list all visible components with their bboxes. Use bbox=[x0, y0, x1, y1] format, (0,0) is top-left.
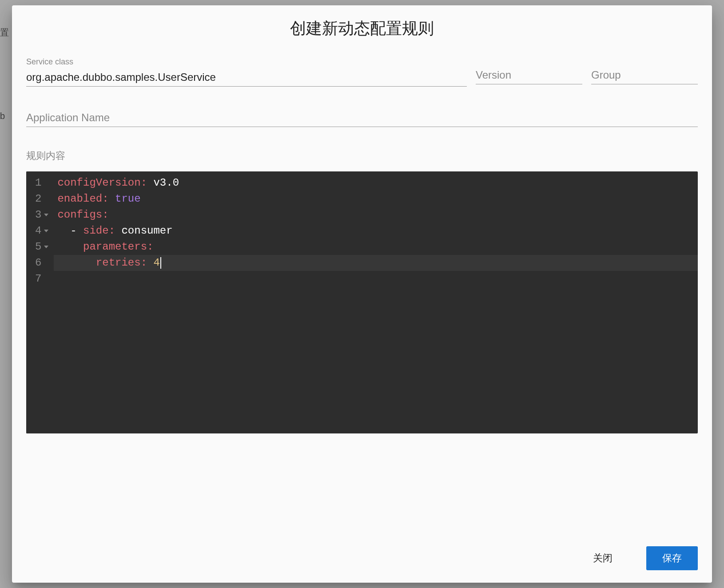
line-number: 5 bbox=[35, 239, 48, 255]
dialog-content: Service class 规则内容 1234567 bbox=[12, 57, 712, 534]
close-button[interactable]: 关闭 bbox=[577, 546, 629, 570]
code-line[interactable]: - side: consumer bbox=[54, 223, 698, 239]
application-name-input[interactable] bbox=[26, 109, 698, 127]
service-class-label: Service class bbox=[26, 57, 467, 67]
code-line[interactable] bbox=[54, 271, 698, 287]
save-button[interactable]: 保存 bbox=[646, 546, 698, 570]
code-line[interactable]: configVersion: v3.0 bbox=[54, 175, 698, 191]
line-number: 7 bbox=[35, 271, 48, 287]
code-content[interactable]: configVersion: v3.0enabled: trueconfigs:… bbox=[54, 171, 698, 433]
fold-marker-icon[interactable] bbox=[44, 214, 48, 216]
line-number: 1 bbox=[35, 175, 48, 191]
dialog-title: 创建新动态配置规则 bbox=[12, 5, 712, 57]
group-field-wrapper bbox=[591, 57, 698, 87]
field-row-1: Service class bbox=[26, 57, 698, 87]
code-line[interactable]: configs: bbox=[54, 207, 698, 223]
line-number: 4 bbox=[35, 223, 48, 239]
code-gutter: 1234567 bbox=[26, 171, 54, 433]
service-class-input[interactable] bbox=[26, 68, 467, 87]
field-row-2 bbox=[26, 109, 698, 127]
code-editor[interactable]: 1234567 configVersion: v3.0enabled: true… bbox=[26, 171, 698, 433]
code-line[interactable]: parameters: bbox=[54, 239, 698, 255]
version-input[interactable] bbox=[476, 57, 582, 84]
application-name-field-wrapper bbox=[26, 109, 698, 127]
line-number: 2 bbox=[35, 191, 48, 207]
dialog-overlay: 创建新动态配置规则 Service class bbox=[0, 0, 724, 588]
fold-marker-icon[interactable] bbox=[44, 230, 48, 232]
create-rule-dialog: 创建新动态配置规则 Service class bbox=[12, 5, 712, 583]
code-line[interactable]: enabled: true bbox=[54, 191, 698, 207]
service-class-field-wrapper: Service class bbox=[26, 57, 467, 87]
line-number: 6 bbox=[35, 255, 48, 271]
dialog-actions: 关闭 保存 bbox=[12, 534, 712, 583]
group-input[interactable] bbox=[591, 57, 698, 84]
text-cursor bbox=[160, 257, 161, 269]
rule-content-label: 规则内容 bbox=[26, 149, 698, 163]
code-line[interactable]: retries: 4 bbox=[54, 255, 698, 271]
fold-marker-icon[interactable] bbox=[44, 246, 48, 248]
line-number: 3 bbox=[35, 207, 48, 223]
version-field-wrapper bbox=[476, 57, 582, 87]
